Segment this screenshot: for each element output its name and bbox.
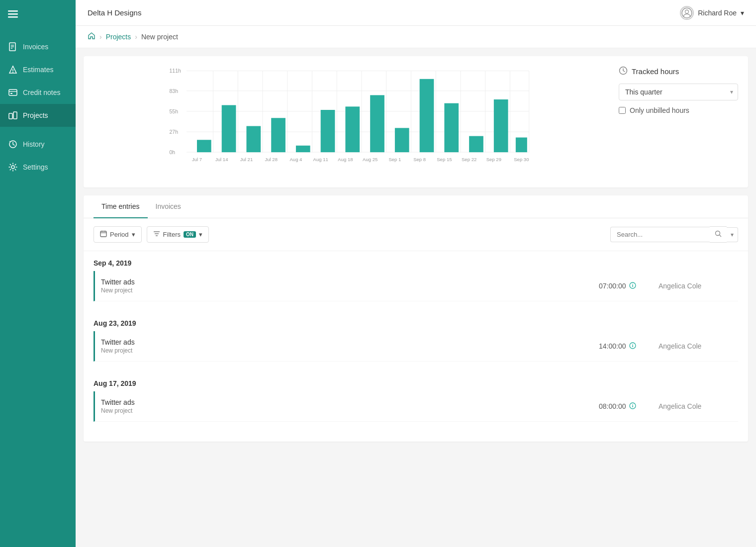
hamburger-icon[interactable] bbox=[8, 9, 18, 21]
svg-rect-48 bbox=[321, 110, 335, 152]
sidebar-item-estimates[interactable]: Estimates bbox=[0, 58, 76, 81]
tab-time-entries[interactable]: Time entries bbox=[94, 195, 148, 218]
date-group-3: Aug 17, 2019 Twitter ads New project 08:… bbox=[94, 371, 738, 422]
quarter-select[interactable]: This quarter Last quarter This month Las… bbox=[619, 84, 738, 100]
svg-text:83h: 83h bbox=[170, 88, 179, 94]
estimates-icon bbox=[8, 65, 18, 75]
sidebar-item-settings[interactable]: Settings bbox=[0, 156, 76, 179]
bar-chart: 111h 83h 55h 27h 0h bbox=[94, 66, 607, 176]
svg-point-86 bbox=[632, 344, 633, 345]
entry-info: Twitter ads New project bbox=[101, 278, 599, 294]
svg-line-80 bbox=[720, 235, 722, 237]
sidebar-item-invoices[interactable]: Invoices bbox=[0, 35, 76, 58]
sidebar-item-projects[interactable]: Projects bbox=[0, 104, 76, 127]
sidebar: Invoices Estimates Credit notes bbox=[0, 0, 76, 547]
info-icon[interactable] bbox=[629, 282, 636, 290]
table-row: Twitter ads New project 14:00:00 bbox=[94, 331, 738, 362]
svg-rect-51 bbox=[395, 128, 409, 152]
svg-rect-1 bbox=[8, 13, 18, 15]
date-group-2: Aug 23, 2019 Twitter ads New project 14:… bbox=[94, 311, 738, 362]
search-container: ▾ bbox=[610, 226, 738, 243]
content-area: › Projects › New project 111h 83h 55h 27… bbox=[76, 26, 756, 547]
filter-icon bbox=[153, 230, 160, 239]
svg-text:Sep 29: Sep 29 bbox=[486, 157, 501, 162]
svg-text:Sep 1: Sep 1 bbox=[388, 157, 401, 162]
sidebar-item-history[interactable]: History bbox=[0, 133, 76, 156]
svg-rect-10 bbox=[9, 90, 17, 95]
svg-point-9 bbox=[12, 72, 13, 73]
entry-time: 07:00:00 bbox=[599, 282, 659, 290]
filters-label: Filters bbox=[163, 231, 181, 238]
sidebar-item-label: Projects bbox=[23, 111, 48, 119]
tab-invoices[interactable]: Invoices bbox=[148, 195, 189, 218]
filters-button[interactable]: Filters ON ▾ bbox=[147, 226, 209, 243]
svg-rect-44 bbox=[222, 105, 236, 152]
search-dropdown-button[interactable]: ▾ bbox=[727, 227, 738, 242]
period-chevron: ▾ bbox=[132, 231, 135, 238]
svg-text:Sep 22: Sep 22 bbox=[462, 157, 476, 162]
search-input[interactable] bbox=[610, 227, 710, 242]
entries-list: Sep 4, 2019 Twitter ads New project 07:0… bbox=[84, 251, 748, 442]
sidebar-item-label: Credit notes bbox=[23, 89, 60, 96]
date-label-1: Sep 4, 2019 bbox=[94, 251, 738, 271]
svg-text:Sep 8: Sep 8 bbox=[413, 157, 426, 162]
svg-rect-12 bbox=[10, 93, 12, 94]
svg-rect-46 bbox=[271, 118, 285, 152]
svg-point-18 bbox=[685, 10, 689, 13]
svg-text:55h: 55h bbox=[170, 108, 179, 114]
svg-rect-0 bbox=[8, 10, 18, 12]
unbilled-checkbox[interactable] bbox=[619, 107, 626, 114]
topbar: Delta H Designs Richard Roe ▾ bbox=[76, 0, 756, 26]
date-label-2: Aug 23, 2019 bbox=[94, 311, 738, 331]
main-content: Delta H Designs Richard Roe ▾ › Projects bbox=[76, 0, 756, 547]
period-label: Period bbox=[110, 231, 129, 238]
svg-text:0h: 0h bbox=[170, 149, 176, 155]
svg-text:Aug 4: Aug 4 bbox=[289, 157, 302, 162]
svg-rect-47 bbox=[296, 146, 310, 152]
avatar bbox=[680, 6, 694, 20]
tabs-section: Time entries Invoices bbox=[84, 195, 748, 442]
svg-rect-45 bbox=[246, 126, 261, 153]
svg-rect-52 bbox=[420, 79, 434, 152]
search-button[interactable] bbox=[710, 226, 727, 243]
svg-rect-50 bbox=[370, 95, 384, 152]
info-icon[interactable] bbox=[629, 402, 636, 411]
entry-task: Twitter ads bbox=[101, 278, 599, 286]
filter-bar: Period ▾ Filters ON ▾ bbox=[84, 218, 748, 251]
entry-info: Twitter ads New project bbox=[101, 338, 599, 354]
unbilled-checkbox-row: Only unbilled hours bbox=[619, 106, 738, 114]
table-row: Twitter ads New project 08:00:00 bbox=[94, 391, 738, 422]
sidebar-navigation: Invoices Estimates Credit notes bbox=[0, 30, 76, 547]
svg-text:Sep 30: Sep 30 bbox=[514, 157, 529, 162]
breadcrumb-separator-1: › bbox=[99, 33, 102, 41]
sidebar-item-label: Invoices bbox=[23, 43, 48, 51]
entry-info: Twitter ads New project bbox=[101, 398, 599, 414]
info-icon[interactable] bbox=[629, 342, 636, 351]
filters-chevron: ▾ bbox=[199, 231, 202, 238]
period-button[interactable]: Period ▾ bbox=[94, 226, 142, 243]
invoices-icon bbox=[8, 42, 18, 52]
svg-text:27h: 27h bbox=[170, 129, 179, 135]
user-name: Richard Roe bbox=[698, 9, 737, 17]
entry-time: 14:00:00 bbox=[599, 342, 659, 351]
entry-time: 08:00:00 bbox=[599, 402, 659, 411]
credit-notes-icon bbox=[8, 88, 18, 97]
entry-user: Angelica Cole bbox=[659, 342, 738, 350]
svg-text:Aug 11: Aug 11 bbox=[313, 157, 328, 162]
user-menu[interactable]: Richard Roe ▾ bbox=[680, 6, 744, 20]
projects-icon bbox=[8, 110, 18, 120]
breadcrumb: › Projects › New project bbox=[76, 26, 756, 48]
history-icon bbox=[8, 139, 18, 149]
svg-text:Jul 7: Jul 7 bbox=[192, 157, 202, 162]
date-label-3: Aug 17, 2019 bbox=[94, 371, 738, 391]
svg-point-89 bbox=[632, 404, 633, 405]
breadcrumb-projects[interactable]: Projects bbox=[106, 33, 131, 41]
sidebar-item-credit-notes[interactable]: Credit notes bbox=[0, 81, 76, 104]
svg-text:111h: 111h bbox=[170, 68, 182, 74]
entry-task: Twitter ads bbox=[101, 338, 599, 346]
sidebar-header bbox=[0, 0, 76, 30]
unbilled-label[interactable]: Only unbilled hours bbox=[630, 106, 689, 114]
quarter-select-wrapper: This quarter Last quarter This month Las… bbox=[619, 84, 738, 100]
calendar-icon bbox=[100, 230, 107, 239]
home-breadcrumb[interactable] bbox=[88, 32, 95, 42]
